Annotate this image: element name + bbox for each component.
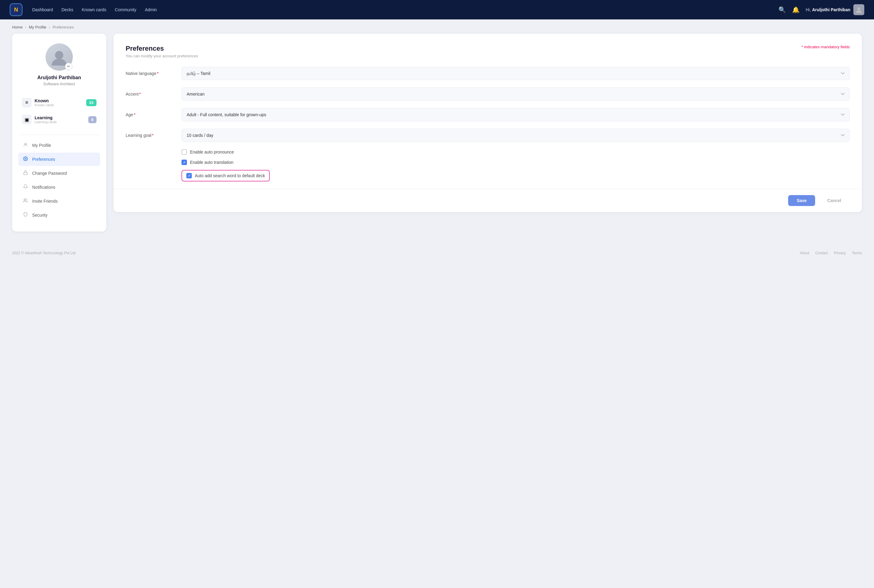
content-inner: Preferences You can modify your account … [114,34,862,182]
nav-admin[interactable]: Admin [145,7,157,12]
learning-label: Learning [35,115,57,120]
svg-point-2 [25,143,26,145]
auto-translation-label: Enable auto translation [190,160,233,165]
auto-add-checkbox[interactable] [186,173,192,178]
sidebar-nav: My Profile Preferences Change Password N… [18,139,100,222]
learning-sub: Learning cards [35,120,57,124]
auto-translation-checkbox[interactable] [182,160,187,165]
known-badge: 33 [86,99,96,106]
navbar-right: 🔍 🔔 Hi, Aruljothi Parthiban [778,4,864,15]
known-icon: ≡ [22,98,32,107]
svg-point-1 [55,51,63,59]
security-icon [23,212,29,218]
preferences-icon [23,156,29,162]
required-star-goal: * [152,133,153,138]
svg-point-0 [857,7,860,10]
notifications-icon [23,184,29,190]
avatar[interactable] [853,4,864,15]
sidebar-label-security: Security [32,213,48,218]
navbar-username: Aruljothi Parthiban [812,7,850,12]
sidebar-user-role: Software Architect [44,82,75,86]
breadcrumb-home[interactable]: Home [12,25,23,29]
bell-icon[interactable]: 🔔 [792,6,800,14]
footer-contact[interactable]: Contact [815,251,828,255]
avatar-wrap: ✏ [45,44,73,71]
age-select[interactable]: Adult - Full content, suitable for grown… [182,108,850,122]
learning-badge: 8 [88,116,96,123]
footer-copyright: 2022 © Ideasfresh Techcnology Pvt Ltd [12,251,75,255]
page-title: Preferences [126,45,198,52]
mandatory-note: * indicates mandatory fields [802,45,850,49]
change-password-icon [23,170,29,176]
accent-row: Accent* AmericanBritishAustralianIndian [126,87,850,101]
auto-add-label: Auto add search word to default deck [195,173,265,178]
breadcrumb-sep1: › [25,25,26,29]
my-profile-icon [23,142,29,148]
sidebar-item-preferences[interactable]: Preferences [18,153,100,166]
native-language-label: Native language* [126,71,174,76]
nav-known-cards[interactable]: Known cards [82,7,106,12]
sidebar-item-my-profile[interactable]: My Profile [18,139,100,152]
logo[interactable]: N [10,3,23,16]
accent-label: Accent* [126,92,174,96]
sidebar-divider [18,135,100,135]
known-sub: Known cards [35,103,54,107]
breadcrumb: Home › My Profile › Preferences [0,20,874,34]
navbar-greeting: Hi, Aruljothi Parthiban [806,7,850,12]
native-language-select[interactable]: தமிழ் – TamilEnglishFrenchGerman [182,67,850,80]
required-star: * [157,71,158,76]
auto-add-row: Auto add search word to default deck [182,170,850,182]
age-row: Age* Adult - Full content, suitable for … [126,108,850,122]
svg-rect-3 [24,172,27,174]
sidebar-item-change-password[interactable]: Change Password [18,166,100,180]
avatar-edit-button[interactable]: ✏ [65,63,72,70]
stat-known[interactable]: ≡ Known Known cards 33 [18,94,100,111]
preferences-header: Preferences You can modify your account … [126,45,850,58]
nav-dashboard[interactable]: Dashboard [32,7,53,12]
auto-pronounce-row: Enable auto pronounce [182,149,850,155]
sidebar-label-notifications: Notifications [32,185,55,190]
svg-point-4 [24,199,26,200]
sidebar-item-notifications[interactable]: Notifications [18,180,100,194]
accent-select[interactable]: AmericanBritishAustralianIndian [182,87,850,101]
cancel-button[interactable]: Cancel [819,195,850,206]
learning-goal-row: Learning goal* 5 cards / day10 cards / d… [126,129,850,142]
learning-goal-select[interactable]: 5 cards / day10 cards / day15 cards / da… [182,129,850,142]
checkboxes-section: Enable auto pronounce Enable auto transl… [182,149,850,182]
sidebar-label-my-profile: My Profile [32,143,51,148]
content-footer: Save Cancel [114,189,862,212]
learning-goal-label: Learning goal* [126,133,174,138]
invite-friends-icon [23,198,29,204]
save-button[interactable]: Save [788,195,815,206]
search-icon[interactable]: 🔍 [778,6,786,14]
sidebar-item-security[interactable]: Security [18,208,100,222]
sidebar-stats: ≡ Known Known cards 33 ▣ Learning Learni… [18,94,100,128]
page-subtitle: You can modify your account preferences [126,54,198,58]
footer-terms[interactable]: Terms [852,251,862,255]
main-layout: ✏ Aruljothi Parthiban Software Architect… [0,34,874,244]
learning-icon: ▣ [22,115,32,124]
auto-pronounce-label: Enable auto pronounce [190,150,234,154]
auto-translation-row: Enable auto translation [182,160,850,165]
sidebar-label-change-password: Change Password [32,171,67,176]
nav-decks[interactable]: Decks [62,7,74,12]
navbar-links: Dashboard Decks Known cards Community Ad… [32,7,769,12]
sidebar-item-invite-friends[interactable]: Invite Friends [18,195,100,208]
footer-about[interactable]: About [800,251,809,255]
known-label: Known [35,98,54,103]
age-label: Age* [126,112,174,117]
footer-privacy[interactable]: Privacy [834,251,846,255]
page-footer: 2022 © Ideasfresh Techcnology Pvt Ltd Ab… [0,244,874,262]
nav-community[interactable]: Community [115,7,136,12]
stat-learning[interactable]: ▣ Learning Learning cards 8 [18,112,100,128]
breadcrumb-current: Preferences [53,25,74,29]
sidebar: ✏ Aruljothi Parthiban Software Architect… [12,34,106,231]
navbar: N Dashboard Decks Known cards Community … [0,0,874,20]
sidebar-label-preferences: Preferences [32,157,55,162]
auto-add-box[interactable]: Auto add search word to default deck [182,170,270,182]
required-star-age: * [134,112,135,117]
sidebar-user-name: Aruljothi Parthiban [38,75,81,80]
auto-pronounce-checkbox[interactable] [182,149,187,155]
navbar-user: Hi, Aruljothi Parthiban [806,4,864,15]
breadcrumb-profile[interactable]: My Profile [29,25,47,29]
